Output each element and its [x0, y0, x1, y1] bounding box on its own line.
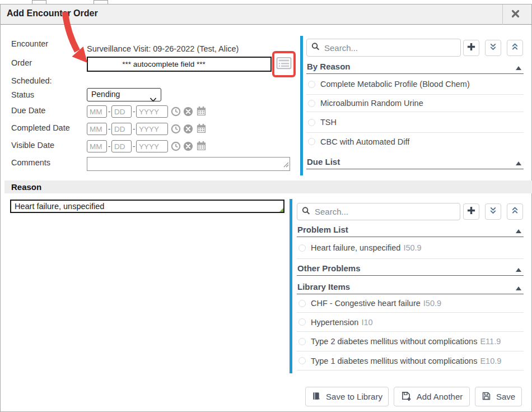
- collapse-all-button[interactable]: [507, 203, 523, 220]
- item-label: Type 2 diabetes mellitus without complic…: [311, 337, 477, 346]
- close-button[interactable]: [506, 7, 525, 22]
- encounter-label: Encounter: [11, 39, 48, 48]
- section-header-library-items[interactable]: Library Items: [297, 276, 524, 294]
- completed-date-mm-input[interactable]: [87, 123, 107, 135]
- add-reason-button[interactable]: [463, 203, 479, 220]
- button-label: Save to Library: [326, 392, 382, 401]
- visible-date-yyyy-input[interactable]: [136, 140, 168, 152]
- calendar-icon[interactable]: [196, 106, 206, 116]
- clock-icon[interactable]: [171, 107, 181, 117]
- close-divider: [502, 4, 503, 25]
- save-button[interactable]: Save: [475, 387, 522, 406]
- background-fragment: [94, 0, 108, 4]
- date-separator: -: [133, 107, 135, 115]
- item-label: Microalbumin Random Urine: [320, 99, 423, 108]
- due-date-dd-input[interactable]: [111, 105, 132, 118]
- due-date-mm-input[interactable]: [87, 105, 107, 118]
- order-label: Order: [11, 58, 32, 67]
- dialog-title: Add Encounter Order: [7, 8, 98, 18]
- expand-all-button[interactable]: [485, 40, 501, 56]
- section-header-by-reason[interactable]: By Reason: [306, 61, 524, 74]
- radio-icon[interactable]: [298, 357, 306, 364]
- list-lookup-icon: [276, 57, 292, 72]
- list-item[interactable]: TSH: [306, 112, 524, 133]
- collapse-all-button[interactable]: [507, 40, 523, 56]
- book-icon: [311, 391, 321, 402]
- item-code: I10: [361, 318, 372, 327]
- resize-grip-icon: [279, 208, 283, 212]
- section-title: Due List: [307, 157, 340, 166]
- radio-icon[interactable]: [308, 138, 315, 145]
- radio-icon[interactable]: [298, 318, 306, 326]
- radio-icon[interactable]: [308, 100, 315, 107]
- completed-date-yyyy-input[interactable]: [136, 123, 168, 135]
- panel-divider: [290, 199, 292, 373]
- due-date-label: Due Date: [11, 106, 45, 115]
- section-header-other-problems[interactable]: Other Problems: [297, 259, 524, 276]
- clock-icon[interactable]: [171, 124, 181, 134]
- list-item[interactable]: Complete Metabolic Profile (Blood Chem): [306, 74, 524, 95]
- reason-search-input[interactable]: [297, 203, 460, 220]
- radio-icon[interactable]: [298, 338, 306, 345]
- close-icon: [511, 10, 520, 20]
- radio-icon[interactable]: [308, 81, 315, 88]
- panel-divider: [300, 36, 303, 175]
- chevron-double-down-icon: [488, 42, 498, 54]
- save-plus-icon: [401, 391, 412, 403]
- clear-icon[interactable]: [183, 141, 193, 151]
- list-item[interactable]: CBC with Automated Diff: [306, 133, 524, 150]
- chevron-down-icon: [150, 94, 156, 105]
- date-separator: -: [133, 124, 135, 133]
- status-value: Pending: [91, 90, 120, 99]
- due-date-yyyy-input[interactable]: [136, 105, 168, 118]
- search-icon: [302, 206, 310, 217]
- chevron-double-up-icon: [510, 206, 520, 217]
- radio-icon[interactable]: [298, 300, 306, 307]
- visible-date-dd-input[interactable]: [111, 140, 132, 152]
- section-header-due-list[interactable]: Due List: [306, 155, 524, 169]
- scheduled-label: Scheduled:: [11, 76, 52, 85]
- chevron-double-down-icon: [488, 206, 498, 217]
- list-item[interactable]: Heart failure, unspecified I50.9: [297, 237, 524, 259]
- list-item[interactable]: CHF - Congestive heart failure I50.9: [297, 294, 524, 313]
- radio-icon[interactable]: [298, 244, 306, 252]
- status-select[interactable]: Pending: [87, 88, 161, 101]
- plus-icon: [466, 42, 476, 54]
- order-autocomplete-field[interactable]: *** autocomplete field ***: [87, 57, 272, 72]
- item-label: Type 1 diabetes mellitus without complic…: [311, 357, 477, 365]
- resize-grip-icon: [283, 160, 289, 170]
- expand-all-button[interactable]: [485, 203, 501, 220]
- collapse-icon: [516, 268, 521, 272]
- list-item[interactable]: Hypertension I10: [297, 313, 524, 332]
- plus-icon: [466, 206, 476, 217]
- reason-textarea[interactable]: Heart failure, unspecified: [10, 200, 284, 213]
- add-order-button[interactable]: [463, 40, 479, 56]
- item-label: Heart failure, unspecified: [311, 243, 400, 252]
- clear-icon[interactable]: [183, 124, 193, 134]
- item-code: I50.9: [403, 243, 421, 252]
- visible-date-label: Visible Date: [11, 141, 54, 150]
- calendar-icon[interactable]: [196, 141, 206, 151]
- reason-section-header: Reason: [4, 180, 532, 193]
- clear-icon[interactable]: [183, 107, 193, 117]
- list-item[interactable]: Type 2 diabetes mellitus without complic…: [297, 332, 524, 351]
- clock-icon[interactable]: [171, 141, 181, 151]
- calendar-icon[interactable]: [196, 123, 206, 133]
- save-to-library-button[interactable]: Save to Library: [305, 387, 389, 406]
- item-code: I50.9: [423, 299, 441, 308]
- list-item[interactable]: Type 1 diabetes mellitus without complic…: [297, 351, 524, 371]
- list-item[interactable]: Microalbumin Random Urine: [306, 95, 524, 112]
- comments-textarea[interactable]: [87, 157, 290, 171]
- visible-date-mm-input[interactable]: [87, 140, 107, 152]
- add-another-button[interactable]: Add Another: [394, 387, 470, 406]
- order-lookup-button[interactable]: [275, 56, 293, 72]
- completed-date-dd-input[interactable]: [111, 123, 132, 135]
- date-separator: -: [133, 142, 135, 150]
- section-title: Problem List: [297, 225, 348, 234]
- radio-icon[interactable]: [308, 119, 315, 126]
- background-fragment: [32, 0, 46, 4]
- section-header-problem-list[interactable]: Problem List: [297, 224, 524, 237]
- collapse-icon: [516, 286, 521, 290]
- section-title: Other Problems: [297, 263, 361, 273]
- order-search-input[interactable]: [306, 39, 461, 57]
